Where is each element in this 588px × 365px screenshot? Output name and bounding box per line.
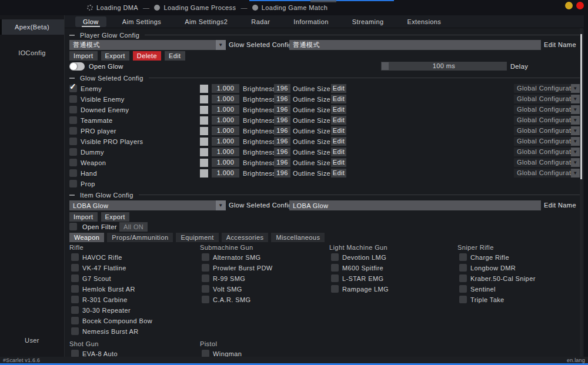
sidebar-item-apex-beta[interactable]: Apex(Beta) [0, 19, 64, 35]
global-config-dropdown[interactable]: Global Configurati▼ [514, 169, 580, 178]
checkbox-rampage-lmg[interactable] [331, 285, 339, 293]
slider-handle[interactable] [382, 62, 389, 70]
import-button[interactable]: Import [69, 51, 98, 61]
tab-streaming[interactable]: Streaming [345, 16, 392, 27]
checkbox-devotion-lmg[interactable] [331, 253, 339, 261]
global-config-dropdown[interactable]: Global Configurati▼ [514, 105, 580, 114]
brightness-value[interactable]: 1.000 [212, 169, 239, 178]
edit-button[interactable]: Edit [331, 95, 346, 103]
checkbox-nemesis-burst-ar[interactable] [71, 327, 79, 335]
checkbox-pro-player[interactable] [69, 127, 77, 135]
edit-button[interactable]: Edit [331, 105, 346, 114]
outline-size-value[interactable]: 196 [274, 95, 290, 103]
checkbox-enemy[interactable]: ✓ [69, 85, 77, 92]
tab-glow[interactable]: Glow [75, 16, 106, 27]
checkbox-volt-smg[interactable] [202, 285, 209, 293]
checkbox-hand[interactable] [69, 169, 77, 177]
checkbox-kraber-50-cal-sniper[interactable] [459, 274, 467, 282]
tab-aim-settings[interactable]: Aim Settings [115, 16, 169, 27]
color-swatch[interactable] [200, 138, 208, 146]
checkbox-havoc-rifle[interactable] [71, 253, 79, 261]
player-glow-name-input[interactable] [289, 40, 541, 50]
edit-button[interactable]: Edit [331, 169, 346, 178]
checkbox-l-star-emg[interactable] [331, 274, 339, 282]
brightness-value[interactable]: 1.000 [212, 105, 239, 114]
outline-size-value[interactable]: 196 [274, 116, 290, 125]
category-tab-miscellaneous[interactable]: Miscellaneous [271, 233, 325, 242]
outline-size-value[interactable]: 196 [274, 148, 290, 156]
scrollbar-thumb[interactable] [580, 34, 582, 179]
item-glow-name-input[interactable] [289, 200, 541, 210]
brightness-value[interactable]: 1.000 [212, 158, 239, 167]
delay-slider[interactable]: 100 ms [381, 62, 507, 71]
edit-button[interactable]: Edit [331, 137, 346, 146]
tab-radar[interactable]: Radar [243, 16, 278, 27]
delete-button[interactable]: Delete [133, 51, 161, 61]
global-config-dropdown[interactable]: Global Configurati▼ [514, 158, 580, 167]
checkbox-c-a-r-smg[interactable] [202, 296, 209, 303]
color-swatch[interactable] [200, 116, 208, 125]
global-config-dropdown[interactable]: Global Configurati▼ [514, 84, 580, 93]
import-button[interactable]: Import [69, 212, 98, 222]
color-swatch[interactable] [200, 106, 208, 114]
color-swatch[interactable] [200, 148, 208, 156]
edit-button[interactable]: Edit [331, 84, 346, 93]
export-button[interactable]: Export [101, 51, 129, 61]
open-filter-checkbox[interactable] [69, 223, 77, 230]
brightness-value[interactable]: 1.000 [212, 95, 239, 103]
checkbox-prop[interactable] [69, 180, 77, 187]
global-config-dropdown[interactable]: Global Configurati▼ [514, 126, 580, 135]
global-config-dropdown[interactable]: Global Configurati▼ [514, 116, 580, 125]
checkbox-m600-spitfire[interactable] [331, 264, 339, 272]
outline-size-value[interactable]: 196 [274, 137, 290, 146]
category-tab-accessories[interactable]: Accessories [222, 233, 269, 242]
checkbox-triple-take[interactable] [459, 296, 467, 303]
outline-size-value[interactable]: 196 [274, 84, 290, 93]
color-swatch[interactable] [200, 85, 208, 93]
player-glow-preset-dropdown[interactable]: 普通模式 ▼ [69, 40, 226, 50]
checkbox-alternator-smg[interactable] [202, 253, 209, 261]
checkbox-weapon[interactable] [69, 159, 77, 166]
color-swatch[interactable] [200, 127, 208, 135]
all-on-button[interactable]: All ON [119, 222, 148, 232]
brightness-value[interactable]: 1.000 [212, 126, 239, 135]
edit-button[interactable]: Edit [165, 51, 185, 61]
color-swatch[interactable] [200, 159, 208, 167]
checkbox-visible-pro-players[interactable] [69, 138, 77, 145]
edit-button[interactable]: Edit [331, 148, 346, 156]
outline-size-value[interactable]: 196 [274, 169, 290, 178]
edit-button[interactable]: Edit [331, 116, 346, 125]
close-button[interactable] [576, 2, 584, 9]
brightness-value[interactable]: 1.000 [212, 137, 239, 146]
color-swatch[interactable] [200, 169, 208, 178]
color-swatch[interactable] [200, 95, 208, 103]
outline-size-value[interactable]: 196 [274, 105, 290, 114]
checkbox-30-30-repeater[interactable] [71, 306, 79, 314]
category-tab-equipment[interactable]: Equipment [176, 233, 218, 242]
outline-size-value[interactable]: 196 [274, 126, 290, 135]
export-button[interactable]: Export [101, 212, 129, 222]
checkbox-g7-scout[interactable] [71, 274, 79, 282]
brightness-value[interactable]: 1.000 [212, 116, 239, 125]
checkbox-r-99-smg[interactable] [202, 274, 209, 282]
checkbox-charge-rifle[interactable] [459, 253, 467, 261]
checkbox-hemlok-burst-ar[interactable] [71, 285, 79, 293]
global-config-dropdown[interactable]: Global Configurati▼ [514, 148, 580, 156]
minimize-button[interactable] [565, 2, 573, 9]
open-glow-toggle[interactable] [69, 62, 85, 71]
checkbox-sentinel[interactable] [459, 285, 467, 293]
checkbox-visible-enemy[interactable] [69, 95, 77, 103]
brightness-value[interactable]: 1.000 [212, 84, 239, 93]
outline-size-value[interactable]: 196 [274, 158, 290, 167]
checkbox-bocek-compound-bow[interactable] [71, 317, 79, 324]
category-tab-props-ammunition[interactable]: Props/Ammunition [107, 233, 173, 242]
checkbox-dummy[interactable] [69, 148, 77, 156]
checkbox-longbow-dmr[interactable] [459, 264, 467, 272]
tab-aim-settings2[interactable]: Aim Settings2 [177, 16, 235, 27]
category-tab-weapon[interactable]: Weapon [69, 233, 104, 242]
global-config-dropdown[interactable]: Global Configurati▼ [514, 95, 580, 103]
tab-information[interactable]: Information [286, 16, 336, 27]
brightness-value[interactable]: 1.000 [212, 148, 239, 156]
global-config-dropdown[interactable]: Global Configurati▼ [514, 137, 580, 146]
sidebar-footer-user[interactable]: User [0, 337, 64, 344]
